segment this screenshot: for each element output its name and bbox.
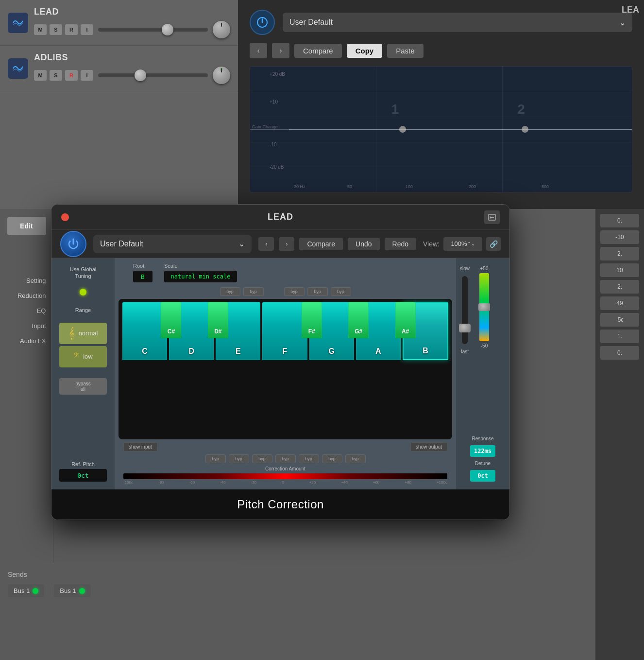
byp-btn-1[interactable]: byp xyxy=(220,287,240,296)
top-preset-dropdown[interactable]: User Default ⌄ xyxy=(283,13,632,32)
byp-row-bottom: byp byp byp byp byp byp byp xyxy=(119,454,452,463)
right-val-3: 10 xyxy=(600,263,639,277)
traffic-light-close[interactable] xyxy=(61,213,69,221)
detune-value[interactable]: 0ct xyxy=(470,470,495,482)
key-Dsharp[interactable]: D# xyxy=(208,302,228,338)
top-power-button[interactable] xyxy=(250,10,275,35)
plugin-undo-btn[interactable]: Undo xyxy=(348,238,379,250)
plugin-maximize-btn[interactable] xyxy=(484,210,500,224)
plugin-compare-btn[interactable]: Compare xyxy=(299,238,343,250)
bypass-all-btn[interactable]: bypass all xyxy=(59,378,107,395)
plugin-redo-btn[interactable]: Redo xyxy=(385,238,416,250)
response-slider-track[interactable] xyxy=(462,276,468,344)
adlibs-knob[interactable] xyxy=(213,67,230,84)
byp-bot-2[interactable]: byp xyxy=(229,454,249,463)
byp-bot-4[interactable]: byp xyxy=(275,454,296,463)
lead-input-btn[interactable]: I xyxy=(81,24,93,35)
tuning-led[interactable] xyxy=(80,289,86,295)
plugin-view-label: View: xyxy=(423,240,440,248)
byp-bot-5[interactable]: byp xyxy=(299,454,319,463)
top-plugin-power-row: User Default ⌄ xyxy=(250,10,632,35)
lead-solo-btn[interactable]: S xyxy=(50,24,62,35)
corr-minus60: -60 xyxy=(189,480,195,485)
detune-thumb[interactable] xyxy=(478,303,490,311)
adlibs-input-btn[interactable]: I xyxy=(81,70,93,81)
top-preset-value: User Default xyxy=(289,18,333,27)
right-val-2: 2. xyxy=(600,247,639,261)
rd-values-area: Response 122ms Detune 0ct xyxy=(460,436,506,482)
scale-value[interactable]: natural min scale xyxy=(164,271,237,282)
right-val-7: 1. xyxy=(600,330,639,343)
bus1-badge[interactable]: Bus 1 xyxy=(8,584,44,597)
ref-pitch-value[interactable]: 0ct xyxy=(59,469,107,482)
lead-fader[interactable] xyxy=(98,28,208,32)
plugin-preset-value: User Default xyxy=(100,240,143,248)
show-output-btn[interactable]: show output xyxy=(410,442,447,452)
byp-btn-3[interactable]: byp xyxy=(284,287,305,296)
response-value[interactable]: 122ms xyxy=(470,445,495,457)
lead-mute-btn[interactable]: M xyxy=(34,24,47,35)
byp-btn-5[interactable]: byp xyxy=(331,287,351,296)
byp-btn-4[interactable]: byp xyxy=(307,287,328,296)
plugin-nav-prev[interactable]: ‹ xyxy=(258,237,274,251)
plugin-view-select[interactable]: 100% ⌃⌄ xyxy=(443,237,482,251)
corr-minus40: -40 xyxy=(220,480,226,485)
daw-tracks: LEAD M S R I ADLIBS M S xyxy=(0,0,238,209)
adlibs-solo-btn[interactable]: S xyxy=(50,70,62,81)
response-slider-group: slow fast xyxy=(460,266,470,354)
corr-minus80: -80 xyxy=(158,480,164,485)
detune-plus50: +50 xyxy=(480,266,489,271)
lead-track-name: LEAD xyxy=(34,7,230,17)
right-val-8: 0. xyxy=(600,346,639,360)
lead-knob[interactable] xyxy=(213,21,230,38)
ref-pitch-label: Ref. Pitch xyxy=(59,461,107,467)
key-Fsharp[interactable]: F# xyxy=(302,302,322,338)
correction-section: Correction Amount -100c -80 -60 -40 -20 … xyxy=(119,466,452,485)
slow-label: slow xyxy=(460,266,470,271)
bus2-badge[interactable]: Bus 1 xyxy=(54,584,90,597)
adlibs-fader[interactable] xyxy=(98,73,208,77)
plugin-left-panel: Use Global Tuning Range 𝄞 normal 𝄢 low b… xyxy=(51,258,115,489)
sends-label: Sends xyxy=(8,571,230,578)
plugin-power-button[interactable] xyxy=(60,231,86,257)
sidebar-reduction-label: Reduction xyxy=(7,292,46,299)
right-val-6: -5c xyxy=(600,313,639,327)
adlibs-mute-btn[interactable]: M xyxy=(34,70,47,81)
byp-bot-3[interactable]: byp xyxy=(252,454,272,463)
byp-bot-6[interactable]: byp xyxy=(322,454,342,463)
byp-bot-1[interactable]: byp xyxy=(205,454,226,463)
show-input-btn[interactable]: show input xyxy=(123,442,157,452)
plugin-preset-dropdown[interactable]: User Default ⌄ xyxy=(93,235,252,253)
top-copy-btn[interactable]: Copy xyxy=(347,44,383,58)
response-slider-thumb[interactable] xyxy=(459,324,471,332)
byp-bot-7[interactable]: byp xyxy=(345,454,366,463)
top-paste-btn[interactable]: Paste xyxy=(387,44,423,58)
lead-record-btn[interactable]: R xyxy=(65,24,78,35)
key-F[interactable]: F xyxy=(262,302,307,360)
plugin-view-row: View: 100% ⌃⌄ 🔗 xyxy=(423,237,501,251)
plugin-link-btn[interactable]: 🔗 xyxy=(486,237,501,251)
plugin-title-bar: LEAD xyxy=(51,205,509,230)
bottom-sends-area: Sends Bus 1 Bus 1 xyxy=(0,563,238,660)
key-Gsharp[interactable]: G# xyxy=(348,302,369,338)
adlibs-record-btn[interactable]: R xyxy=(65,70,78,81)
top-nav-prev[interactable]: ‹ xyxy=(250,43,267,58)
adlibs-fader-thumb[interactable] xyxy=(135,69,146,81)
ref-pitch-section: Ref. Pitch 0ct xyxy=(59,461,107,482)
key-Csharp[interactable]: C# xyxy=(161,302,181,338)
range-low-btn[interactable]: 𝄢 low xyxy=(59,346,107,367)
top-nav-next[interactable]: › xyxy=(272,43,289,58)
byp-btn-2[interactable]: byp xyxy=(243,287,264,296)
right-val-4: 2. xyxy=(600,280,639,294)
byp-row-top: byp byp byp byp byp xyxy=(119,287,452,296)
range-normal-btn[interactable]: 𝄞 normal xyxy=(59,323,107,344)
top-compare-btn[interactable]: Compare xyxy=(294,44,342,58)
top-plugin-inner: User Default ⌄ ‹ › Compare Copy Paste +2… xyxy=(238,0,644,202)
key-Asharp[interactable]: A# xyxy=(395,302,416,338)
plugin-nav-next[interactable]: › xyxy=(279,237,294,251)
key-C[interactable]: C xyxy=(122,302,167,360)
edit-button[interactable]: Edit xyxy=(7,217,46,235)
root-value[interactable]: B xyxy=(133,271,153,282)
lead-fader-thumb[interactable] xyxy=(162,24,173,35)
top-plugin-partial-title: LEA xyxy=(622,5,639,15)
